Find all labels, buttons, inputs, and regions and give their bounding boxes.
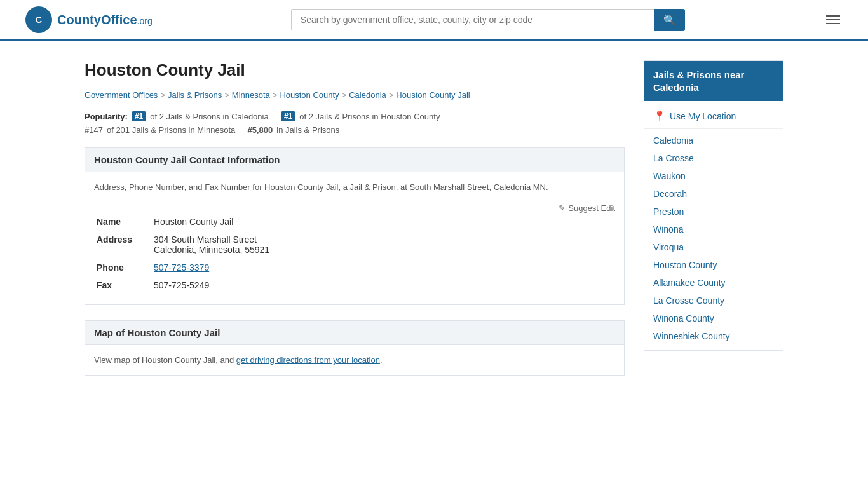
breadcrumb-item-1[interactable]: Jails & Prisons [168,90,222,100]
sidebar-use-location[interactable]: 📍 Use My Location [644,106,783,129]
breadcrumb-sep-0: > [160,90,165,100]
map-description: View map of Houston County Jail, and get… [94,355,615,365]
site-header: C CountyOffice.org 🔍 [0,0,868,41]
popularity-rank3-text: of 201 Jails & Prisons in Minnesota [107,125,235,135]
suggest-edit-label: Suggest Edit [568,203,615,213]
logo-site-name: CountyOffice [57,13,137,27]
suggest-edit-link[interactable]: ✎ Suggest Edit [559,203,615,213]
fax-value: 507-725-5249 [151,276,615,294]
address-value: 304 South Marshall Street Caledonia, Min… [151,231,615,259]
location-icon: 📍 [653,110,666,122]
sidebar: Jails & Prisons near Caledonia 📍 Use My … [644,60,783,391]
sidebar-link-decorah[interactable]: Decorah [653,189,687,199]
phone-value: 507-725-3379 [151,259,615,276]
breadcrumb-sep-1: > [224,90,229,100]
name-value: Houston County Jail [151,213,615,231]
sidebar-item-waukon[interactable]: Waukon [644,167,783,185]
contact-section-header: Houston County Jail Contact Information [85,147,625,172]
search-area: 🔍 [291,9,685,31]
breadcrumb-item-5[interactable]: Houston County Jail [396,90,470,100]
contact-phone-row: Phone 507-725-3379 [94,259,615,276]
search-input[interactable] [291,9,654,30]
popularity-row-2: #147 of 201 Jails & Prisons in Minnesota… [85,125,625,135]
phone-label: Phone [94,259,151,276]
contact-table: Name Houston County Jail Address 304 Sou… [94,213,615,294]
directions-link[interactable]: get driving directions from your locatio… [236,355,380,365]
use-location-link[interactable]: Use My Location [670,111,736,121]
search-button[interactable]: 🔍 [654,9,685,31]
popularity-rank3: #147 [85,125,103,135]
sidebar-link-winona[interactable]: Winona [653,224,683,234]
map-section-body: View map of Houston County Jail, and get… [85,344,625,376]
content-area: Houston County Jail Government Offices >… [85,60,625,391]
search-icon: 🔍 [663,15,676,25]
suggest-edit-icon: ✎ [559,203,566,213]
map-desc-prefix: View map of Houston County Jail, and [94,355,236,365]
breadcrumb-item-2[interactable]: Minnesota [232,90,270,100]
breadcrumb-item-4[interactable]: Caledonia [349,90,386,100]
sidebar-item-viroqua[interactable]: Viroqua [644,238,783,256]
logo-icon: C [25,6,52,33]
sidebar-link-waukon[interactable]: Waukon [653,171,686,181]
sidebar-link-la-crosse-county[interactable]: La Crosse County [653,295,724,306]
sidebar-item-la-crosse-county[interactable]: La Crosse County [644,292,783,309]
sidebar-item-lacrosse[interactable]: La Crosse [644,149,783,167]
svg-text:C: C [36,15,42,25]
menu-bar-3 [826,23,840,24]
address-label: Address [94,231,151,259]
contact-section-body: Address, Phone Number, and Fax Number fo… [85,172,625,305]
sidebar-link-winneshiek-county[interactable]: Winneshiek County [653,331,730,341]
sidebar-item-allamakee-county[interactable]: Allamakee County [644,274,783,292]
sidebar-title: Jails & Prisons near Caledonia [644,61,783,101]
address-line1: 304 South Marshall Street [154,234,257,245]
menu-button[interactable] [824,13,843,27]
contact-address-row: Address 304 South Marshall Street Caledo… [94,231,615,259]
logo: C CountyOffice.org [25,6,153,33]
breadcrumb-sep-4: > [389,90,394,100]
sidebar-item-preston[interactable]: Preston [644,203,783,220]
sidebar-link-viroqua[interactable]: Viroqua [653,242,684,252]
sidebar-item-houston-county[interactable]: Houston County [644,256,783,274]
sidebar-item-decorah[interactable]: Decorah [644,185,783,203]
sidebar-item-winona-county[interactable]: Winona County [644,309,783,327]
menu-bar-1 [826,15,840,17]
sidebar-item-winneshiek-county[interactable]: Winneshiek County [644,327,783,345]
popularity-rank4-text: in Jails & Prisons [276,125,339,135]
breadcrumb-sep-2: > [273,90,278,100]
fax-label: Fax [94,276,151,294]
sidebar-box: Jails & Prisons near Caledonia 📍 Use My … [644,60,783,351]
popularity-row-1: Popularity: #1 of 2 Jails & Prisons in C… [85,111,625,121]
sidebar-link-caledonia[interactable]: Caledonia [653,135,693,146]
sidebar-link-lacrosse[interactable]: La Crosse [653,153,694,163]
sidebar-link-houston-county[interactable]: Houston County [653,260,717,270]
sidebar-item-winona[interactable]: Winona [644,220,783,238]
map-section-header: Map of Houston County Jail [85,320,625,344]
breadcrumb: Government Offices > Jails & Prisons > M… [85,90,625,100]
logo-text: CountyOffice.org [57,13,153,27]
contact-name-row: Name Houston County Jail [94,213,615,231]
phone-link[interactable]: 507-725-3379 [154,262,209,273]
address-line2: Caledonia, Minnesota, 55921 [154,245,269,255]
sidebar-item-caledonia[interactable]: Caledonia [644,132,783,149]
popularity-label: Popularity: [85,112,128,121]
logo-org: .org [137,16,153,26]
name-label: Name [94,213,151,231]
map-desc-suffix: . [380,355,383,365]
popularity-rank1: #1 [132,111,146,121]
main-container: Houston County Jail Government Offices >… [59,41,809,410]
popularity-rank4: #5,800 [247,125,273,135]
sidebar-link-winona-county[interactable]: Winona County [653,313,714,323]
page-title: Houston County Jail [85,60,625,80]
popularity-rank2-text: of 2 Jails & Prisons in Houston County [299,112,440,121]
menu-bar-2 [826,19,840,20]
popularity-rank1-text: of 2 Jails & Prisons in Caledonia [150,112,268,121]
breadcrumb-sep-3: > [342,90,347,100]
sidebar-link-preston[interactable]: Preston [653,207,684,217]
sidebar-list: 📍 Use My Location Caledonia La Crosse Wa… [644,101,783,350]
contact-description: Address, Phone Number, and Fax Number fo… [94,182,615,192]
sidebar-link-allamakee-county[interactable]: Allamakee County [653,278,726,288]
popularity-rank2: #1 [281,111,295,121]
breadcrumb-item-0[interactable]: Government Offices [85,90,158,100]
contact-fax-row: Fax 507-725-5249 [94,276,615,294]
breadcrumb-item-3[interactable]: Houston County [280,90,339,100]
